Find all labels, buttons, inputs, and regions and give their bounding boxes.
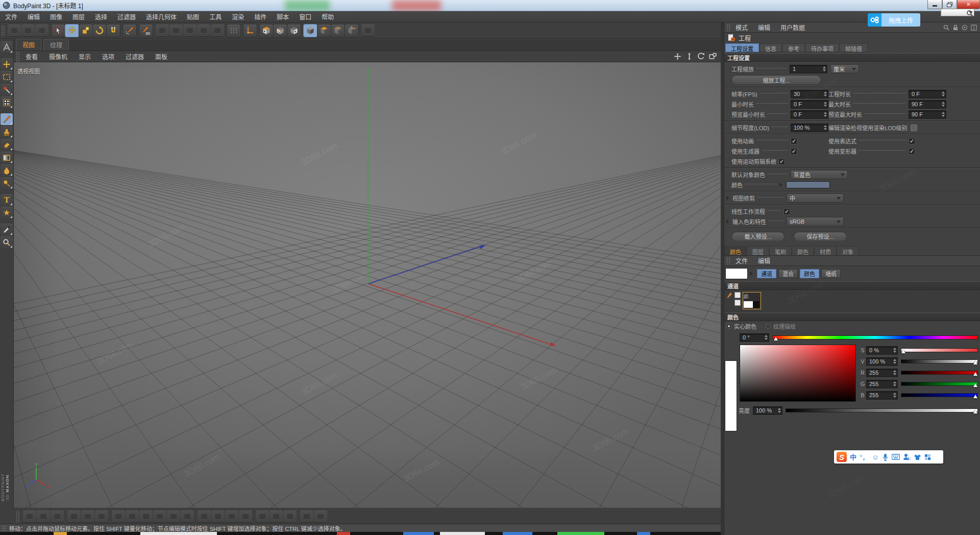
use-generators-checkbox[interactable] xyxy=(791,148,797,155)
green-handle[interactable] xyxy=(973,381,977,387)
menu-select[interactable]: 选择 xyxy=(90,12,112,21)
menu-window[interactable]: 窗口 xyxy=(294,12,316,21)
value-field[interactable]: 100 % xyxy=(866,357,898,366)
point-mode-icon[interactable] xyxy=(345,25,358,37)
linear-workflow-checkbox[interactable] xyxy=(783,208,790,215)
toolbar-drag-handle[interactable] xyxy=(1,25,5,36)
paint-brush-icon[interactable] xyxy=(123,25,136,37)
value-slider[interactable] xyxy=(901,359,978,363)
scale-tool-icon[interactable] xyxy=(79,25,92,37)
uv-tool-20-icon[interactable] xyxy=(300,510,313,523)
sogou-logo-icon[interactable]: S xyxy=(837,452,847,462)
paint-tool-3-icon[interactable] xyxy=(183,25,197,37)
uv-tool-17-icon[interactable] xyxy=(256,510,269,523)
tab-color-active[interactable]: 颜色 xyxy=(724,246,747,255)
raster-grid-icon[interactable] xyxy=(227,25,240,37)
load-preset-button[interactable]: 载入预设... xyxy=(731,232,785,241)
am-menu-mode[interactable]: 模式 xyxy=(730,23,753,32)
ime-account-icon[interactable]: 17 xyxy=(903,453,911,460)
eyedropper-icon[interactable] xyxy=(1,224,13,235)
brightness-slider[interactable] xyxy=(786,408,978,412)
marquee-select-icon[interactable] xyxy=(1,71,13,83)
magnet-tool-icon[interactable] xyxy=(107,25,120,37)
redo-icon[interactable] xyxy=(21,25,35,37)
channel-paint-checkbox[interactable] xyxy=(734,300,741,306)
lod-field[interactable]: 100 % xyxy=(791,124,828,132)
vpmenu-camera[interactable]: 摄像机 xyxy=(43,52,73,61)
menu-filter[interactable]: 过滤器 xyxy=(112,12,141,21)
tab-view[interactable]: 视图 xyxy=(16,39,41,51)
uv-tool-4-icon[interactable] xyxy=(67,510,81,523)
rotate-tool-icon[interactable] xyxy=(93,25,106,37)
am-menu-userdata[interactable]: 用户数据 xyxy=(775,23,810,32)
uv-tool-1-icon[interactable] xyxy=(23,510,36,523)
uv-tool-12-icon[interactable] xyxy=(181,510,194,523)
preview-min-field[interactable]: 0 F xyxy=(791,110,828,119)
use-motion-system-checkbox[interactable] xyxy=(778,158,785,165)
pan-view-icon[interactable] xyxy=(674,53,681,60)
ime-mic-icon[interactable] xyxy=(882,453,889,461)
menu-file[interactable]: 文件 xyxy=(0,12,22,21)
close-button[interactable]: ✕ xyxy=(957,0,980,9)
blue-slider[interactable] xyxy=(901,393,978,397)
paint-tool-1-icon[interactable] xyxy=(156,25,169,37)
viewport-menu-handle[interactable] xyxy=(16,51,20,62)
uv-tool-5-icon[interactable] xyxy=(81,510,94,523)
menu-script[interactable]: 脚本 xyxy=(272,12,294,21)
tab-colors[interactable]: 颜色 xyxy=(792,246,814,255)
drag-upload-button[interactable]: 拖拽上传 xyxy=(881,13,920,27)
menu-render[interactable]: 渲染 xyxy=(227,12,249,21)
ime-punctuation-icon[interactable]: °， xyxy=(860,454,869,460)
use-animation-checkbox[interactable] xyxy=(791,138,797,144)
uv-tool-8-icon[interactable] xyxy=(126,510,139,523)
hue-slider-handle[interactable] xyxy=(774,335,778,341)
fps-field[interactable]: 30 xyxy=(791,90,828,99)
tab-materials[interactable]: 材质 xyxy=(814,246,837,255)
uv-mesh-icon[interactable] xyxy=(361,25,375,37)
ime-keyboard-icon[interactable] xyxy=(892,454,900,460)
tab-todo[interactable]: 待办事项 xyxy=(805,43,839,52)
uv-tool-2-icon[interactable] xyxy=(37,510,50,523)
red-handle[interactable] xyxy=(973,370,977,376)
uv-toolbar-handle[interactable] xyxy=(16,511,20,522)
project-length-field[interactable]: 0 F xyxy=(909,90,946,99)
saturation-field[interactable]: 0 % xyxy=(866,346,898,355)
pattern-select-icon[interactable] xyxy=(1,96,13,108)
menu-select-geometry[interactable]: 选择几何体 xyxy=(141,12,182,21)
edge-mode-icon[interactable] xyxy=(331,25,345,37)
default-object-color-dropdown[interactable]: 灰蓝色 xyxy=(791,170,848,179)
ime-skin-icon[interactable] xyxy=(914,454,921,460)
vpmenu-panel[interactable]: 面板 xyxy=(150,52,173,61)
saturation-handle[interactable] xyxy=(901,348,905,353)
maximize-button[interactable] xyxy=(942,0,957,9)
panel-grid-icon[interactable] xyxy=(971,25,977,31)
uv-tool-18-icon[interactable] xyxy=(270,510,283,523)
solid-color-radio[interactable]: 实心颜色 xyxy=(726,322,756,330)
uv-tool-16-icon[interactable] xyxy=(239,510,252,523)
wallpaper-mode-button[interactable]: 墙纸 xyxy=(821,269,841,278)
channel-visibility-checkbox[interactable] xyxy=(734,292,741,298)
channels-mode-button[interactable]: 通道 xyxy=(757,269,776,278)
am-menu-edit[interactable]: 编辑 xyxy=(753,23,775,32)
menu-image[interactable]: 图像 xyxy=(45,12,67,21)
max-time-field[interactable]: 90 F xyxy=(909,100,946,109)
value-handle[interactable] xyxy=(973,359,977,364)
tab-project-settings[interactable]: 工程设置 xyxy=(725,43,759,52)
swatch-expand-arrow[interactable] xyxy=(750,272,755,276)
menu-plugins[interactable]: 插件 xyxy=(249,12,272,21)
menu-edit[interactable]: 编辑 xyxy=(22,12,45,21)
use-expressions-checkbox[interactable] xyxy=(909,138,915,144)
uv-tool-13-icon[interactable] xyxy=(198,510,211,523)
material-menu-edit[interactable]: 编辑 xyxy=(753,256,775,265)
paint-tool-2-icon[interactable] xyxy=(169,25,183,37)
tab-layers[interactable]: 图层 xyxy=(747,246,769,255)
taskbar-app[interactable] xyxy=(403,532,434,535)
unit-dropdown[interactable]: 厘米 xyxy=(830,64,859,74)
fill-droplet-icon[interactable] xyxy=(1,164,13,176)
uv-tool-14-icon[interactable] xyxy=(211,510,225,523)
texture-cube-1-icon[interactable] xyxy=(260,25,273,37)
viewport-3d[interactable]: Y X Z 透视视图 3D66.com 3D66.com 3D66.com 3D… xyxy=(14,62,721,508)
texture-cube-2-icon[interactable] xyxy=(274,25,287,37)
uv-tool-11-icon[interactable] xyxy=(167,510,180,523)
taskbar-app[interactable] xyxy=(54,532,67,535)
